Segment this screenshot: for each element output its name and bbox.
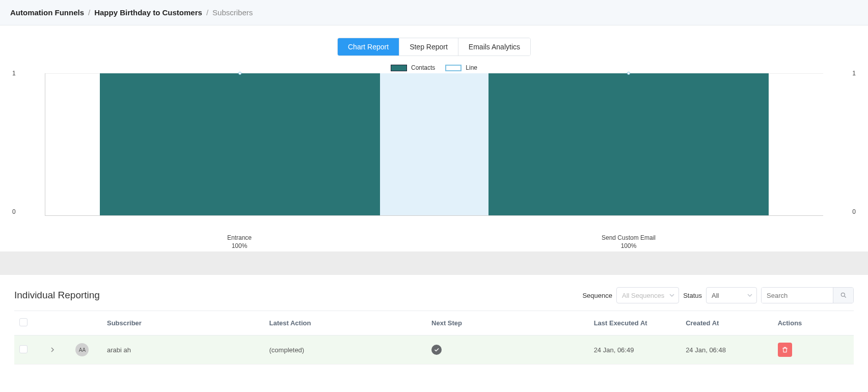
y-tick-0: 0: [12, 208, 16, 215]
legend-swatch-contacts: [391, 65, 407, 71]
y-tick-1: 1: [12, 70, 16, 77]
chart-point-entrance: [238, 72, 241, 75]
x-label-entrance: Entrance 100%: [45, 234, 434, 249]
search-input-wrap: [761, 287, 854, 303]
column-header-actions: Actions: [773, 311, 854, 335]
chevron-down-icon: [747, 293, 752, 298]
delete-button[interactable]: [778, 343, 792, 357]
avatar: AA: [75, 343, 89, 356]
cell-created: 24 Jan, 06:48: [681, 335, 773, 365]
column-header-next-step: Next Step: [426, 311, 589, 335]
filter-select-status[interactable]: All: [706, 287, 757, 303]
x-label-send-email: Send Custom Email 100%: [434, 234, 823, 249]
breadcrumb: Automation Funnels / Happy Birthday to C…: [0, 0, 868, 25]
funnel-chart: 1 0 1 0 Entrance 100%: [24, 73, 844, 231]
column-header-latest-action: Latest Action: [264, 311, 427, 335]
completed-icon: [431, 345, 442, 355]
cell-latest-action: (completed): [264, 335, 427, 365]
tab-step-report[interactable]: Step Report: [399, 38, 458, 55]
chart-bar-entrance: [100, 73, 380, 215]
chart-bar-send-email: [489, 73, 769, 215]
column-header-subscriber: Subscriber: [102, 311, 264, 335]
breadcrumb-current: Subscribers: [212, 8, 253, 17]
expand-row-button[interactable]: [46, 344, 59, 356]
table-row: AA arabi ah (completed) 24 Jan, 06:49 24…: [14, 335, 854, 365]
legend-item-line[interactable]: Line: [445, 64, 477, 71]
report-tabs: Chart Report Step Report Emails Analytic…: [20, 38, 848, 56]
breadcrumb-separator: /: [88, 8, 90, 17]
legend-item-contacts[interactable]: Contacts: [391, 64, 435, 71]
chevron-down-icon: [669, 293, 674, 298]
tab-emails-analytics[interactable]: Emails Analytics: [458, 38, 530, 55]
filter-label-status: Status: [683, 292, 702, 299]
column-header-last-executed: Last Executed At: [589, 311, 681, 335]
chart-connector: [380, 73, 489, 215]
column-header-created: Created At: [681, 311, 773, 335]
legend-swatch-line: [445, 65, 462, 71]
breadcrumb-link-funnel[interactable]: Happy Birthday to Customers: [94, 8, 202, 17]
y-tick-right-0: 0: [852, 208, 856, 215]
search-input[interactable]: [762, 288, 833, 303]
trash-icon: [781, 346, 789, 353]
y-tick-right-1: 1: [852, 70, 856, 77]
breadcrumb-link-automation-funnels[interactable]: Automation Funnels: [10, 8, 84, 17]
cell-subscriber[interactable]: arabi ah: [102, 335, 264, 365]
filter-select-sequence[interactable]: All Sequences: [616, 287, 679, 303]
svg-point-0: [841, 293, 845, 296]
search-button[interactable]: [833, 288, 853, 303]
legend-label-line: Line: [466, 64, 477, 71]
cell-last-executed: 24 Jan, 06:49: [589, 335, 681, 365]
chart-legend: Contacts Line: [20, 64, 848, 71]
breadcrumb-separator: /: [206, 8, 208, 17]
select-all-checkbox[interactable]: [19, 318, 28, 326]
subscribers-table: Subscriber Latest Action Next Step Last …: [14, 311, 854, 365]
search-icon: [840, 292, 847, 299]
legend-label-contacts: Contacts: [411, 64, 435, 71]
tab-chart-report[interactable]: Chart Report: [338, 38, 399, 55]
table-header-row: Subscriber Latest Action Next Step Last …: [14, 311, 854, 335]
section-title-individual-reporting: Individual Reporting: [14, 290, 100, 301]
row-checkbox[interactable]: [19, 345, 28, 353]
chevron-right-icon: [50, 347, 55, 352]
filter-label-sequence: Sequence: [582, 292, 612, 299]
chart-point-send-email: [627, 72, 630, 75]
